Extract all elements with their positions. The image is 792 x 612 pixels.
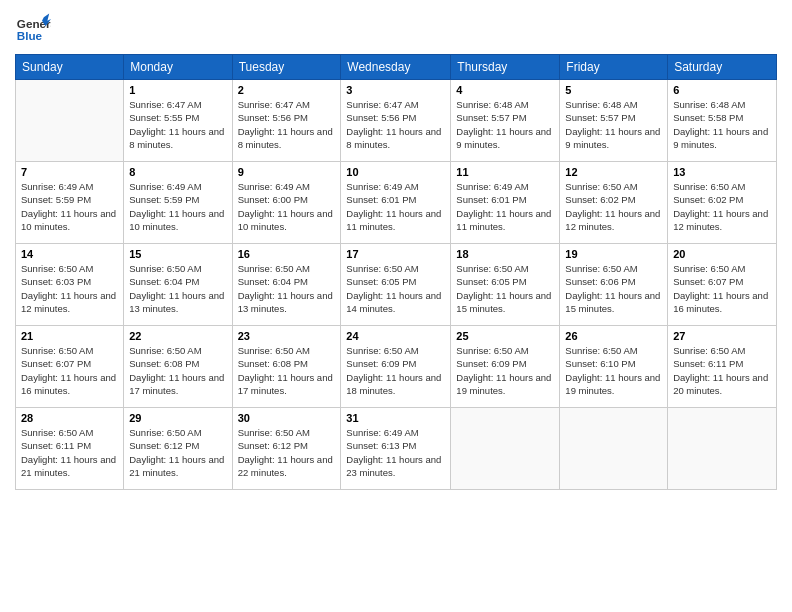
week-row-3: 14Sunrise: 6:50 AMSunset: 6:03 PMDayligh…: [16, 244, 777, 326]
calendar-cell: 12Sunrise: 6:50 AMSunset: 6:02 PMDayligh…: [560, 162, 668, 244]
week-row-1: 1Sunrise: 6:47 AMSunset: 5:55 PMDaylight…: [16, 80, 777, 162]
logo: General Blue: [15, 10, 51, 46]
calendar-cell: [560, 408, 668, 490]
day-info: Sunrise: 6:50 AMSunset: 6:05 PMDaylight:…: [346, 262, 445, 315]
day-number: 18: [456, 248, 554, 260]
calendar-cell: 11Sunrise: 6:49 AMSunset: 6:01 PMDayligh…: [451, 162, 560, 244]
week-row-4: 21Sunrise: 6:50 AMSunset: 6:07 PMDayligh…: [16, 326, 777, 408]
day-info: Sunrise: 6:50 AMSunset: 6:04 PMDaylight:…: [129, 262, 226, 315]
weekday-header-wednesday: Wednesday: [341, 55, 451, 80]
day-info: Sunrise: 6:47 AMSunset: 5:56 PMDaylight:…: [346, 98, 445, 151]
day-info: Sunrise: 6:50 AMSunset: 6:11 PMDaylight:…: [673, 344, 771, 397]
day-info: Sunrise: 6:50 AMSunset: 6:03 PMDaylight:…: [21, 262, 118, 315]
calendar-cell: 22Sunrise: 6:50 AMSunset: 6:08 PMDayligh…: [124, 326, 232, 408]
day-info: Sunrise: 6:50 AMSunset: 6:10 PMDaylight:…: [565, 344, 662, 397]
calendar-cell: 20Sunrise: 6:50 AMSunset: 6:07 PMDayligh…: [668, 244, 777, 326]
weekday-header-monday: Monday: [124, 55, 232, 80]
calendar-cell: 15Sunrise: 6:50 AMSunset: 6:04 PMDayligh…: [124, 244, 232, 326]
day-info: Sunrise: 6:49 AMSunset: 5:59 PMDaylight:…: [21, 180, 118, 233]
day-info: Sunrise: 6:50 AMSunset: 6:07 PMDaylight:…: [21, 344, 118, 397]
calendar-cell: 9Sunrise: 6:49 AMSunset: 6:00 PMDaylight…: [232, 162, 341, 244]
day-info: Sunrise: 6:49 AMSunset: 6:01 PMDaylight:…: [346, 180, 445, 233]
calendar-cell: 10Sunrise: 6:49 AMSunset: 6:01 PMDayligh…: [341, 162, 451, 244]
calendar-cell: 21Sunrise: 6:50 AMSunset: 6:07 PMDayligh…: [16, 326, 124, 408]
day-info: Sunrise: 6:49 AMSunset: 6:01 PMDaylight:…: [456, 180, 554, 233]
calendar-cell: 2Sunrise: 6:47 AMSunset: 5:56 PMDaylight…: [232, 80, 341, 162]
calendar-cell: 8Sunrise: 6:49 AMSunset: 5:59 PMDaylight…: [124, 162, 232, 244]
weekday-header-sunday: Sunday: [16, 55, 124, 80]
day-number: 26: [565, 330, 662, 342]
day-info: Sunrise: 6:49 AMSunset: 5:59 PMDaylight:…: [129, 180, 226, 233]
calendar-cell: 17Sunrise: 6:50 AMSunset: 6:05 PMDayligh…: [341, 244, 451, 326]
day-number: 13: [673, 166, 771, 178]
calendar-cell: 3Sunrise: 6:47 AMSunset: 5:56 PMDaylight…: [341, 80, 451, 162]
weekday-header-tuesday: Tuesday: [232, 55, 341, 80]
day-info: Sunrise: 6:50 AMSunset: 6:12 PMDaylight:…: [238, 426, 336, 479]
day-number: 28: [21, 412, 118, 424]
day-info: Sunrise: 6:48 AMSunset: 5:57 PMDaylight:…: [565, 98, 662, 151]
day-number: 17: [346, 248, 445, 260]
week-row-5: 28Sunrise: 6:50 AMSunset: 6:11 PMDayligh…: [16, 408, 777, 490]
day-info: Sunrise: 6:50 AMSunset: 6:05 PMDaylight:…: [456, 262, 554, 315]
page-container: General Blue SundayMondayTuesdayWednesda…: [0, 0, 792, 495]
day-number: 6: [673, 84, 771, 96]
day-info: Sunrise: 6:50 AMSunset: 6:02 PMDaylight:…: [673, 180, 771, 233]
calendar-cell: 13Sunrise: 6:50 AMSunset: 6:02 PMDayligh…: [668, 162, 777, 244]
calendar-cell: 6Sunrise: 6:48 AMSunset: 5:58 PMDaylight…: [668, 80, 777, 162]
week-row-2: 7Sunrise: 6:49 AMSunset: 5:59 PMDaylight…: [16, 162, 777, 244]
day-number: 20: [673, 248, 771, 260]
day-info: Sunrise: 6:50 AMSunset: 6:04 PMDaylight:…: [238, 262, 336, 315]
calendar-cell: 14Sunrise: 6:50 AMSunset: 6:03 PMDayligh…: [16, 244, 124, 326]
day-number: 24: [346, 330, 445, 342]
day-number: 29: [129, 412, 226, 424]
calendar-cell: [451, 408, 560, 490]
calendar-cell: 23Sunrise: 6:50 AMSunset: 6:08 PMDayligh…: [232, 326, 341, 408]
day-info: Sunrise: 6:50 AMSunset: 6:06 PMDaylight:…: [565, 262, 662, 315]
day-info: Sunrise: 6:49 AMSunset: 6:13 PMDaylight:…: [346, 426, 445, 479]
calendar-cell: 28Sunrise: 6:50 AMSunset: 6:11 PMDayligh…: [16, 408, 124, 490]
calendar-cell: 18Sunrise: 6:50 AMSunset: 6:05 PMDayligh…: [451, 244, 560, 326]
day-info: Sunrise: 6:50 AMSunset: 6:02 PMDaylight:…: [565, 180, 662, 233]
day-number: 23: [238, 330, 336, 342]
day-info: Sunrise: 6:50 AMSunset: 6:08 PMDaylight:…: [129, 344, 226, 397]
calendar-cell: 4Sunrise: 6:48 AMSunset: 5:57 PMDaylight…: [451, 80, 560, 162]
calendar-cell: 26Sunrise: 6:50 AMSunset: 6:10 PMDayligh…: [560, 326, 668, 408]
calendar-table: SundayMondayTuesdayWednesdayThursdayFrid…: [15, 54, 777, 490]
calendar-cell: 31Sunrise: 6:49 AMSunset: 6:13 PMDayligh…: [341, 408, 451, 490]
calendar-cell: 19Sunrise: 6:50 AMSunset: 6:06 PMDayligh…: [560, 244, 668, 326]
calendar-cell: 29Sunrise: 6:50 AMSunset: 6:12 PMDayligh…: [124, 408, 232, 490]
day-info: Sunrise: 6:50 AMSunset: 6:07 PMDaylight:…: [673, 262, 771, 315]
day-number: 11: [456, 166, 554, 178]
weekday-header-thursday: Thursday: [451, 55, 560, 80]
day-info: Sunrise: 6:49 AMSunset: 6:00 PMDaylight:…: [238, 180, 336, 233]
day-number: 1: [129, 84, 226, 96]
svg-text:Blue: Blue: [17, 29, 43, 42]
day-info: Sunrise: 6:48 AMSunset: 5:57 PMDaylight:…: [456, 98, 554, 151]
day-number: 19: [565, 248, 662, 260]
calendar-cell: 25Sunrise: 6:50 AMSunset: 6:09 PMDayligh…: [451, 326, 560, 408]
day-info: Sunrise: 6:50 AMSunset: 6:11 PMDaylight:…: [21, 426, 118, 479]
day-info: Sunrise: 6:50 AMSunset: 6:08 PMDaylight:…: [238, 344, 336, 397]
calendar-cell: 30Sunrise: 6:50 AMSunset: 6:12 PMDayligh…: [232, 408, 341, 490]
day-number: 21: [21, 330, 118, 342]
logo-icon: General Blue: [15, 10, 51, 46]
day-number: 9: [238, 166, 336, 178]
day-number: 30: [238, 412, 336, 424]
day-number: 7: [21, 166, 118, 178]
calendar-cell: 27Sunrise: 6:50 AMSunset: 6:11 PMDayligh…: [668, 326, 777, 408]
day-number: 3: [346, 84, 445, 96]
day-info: Sunrise: 6:47 AMSunset: 5:55 PMDaylight:…: [129, 98, 226, 151]
calendar-cell: 5Sunrise: 6:48 AMSunset: 5:57 PMDaylight…: [560, 80, 668, 162]
day-info: Sunrise: 6:50 AMSunset: 6:12 PMDaylight:…: [129, 426, 226, 479]
day-info: Sunrise: 6:50 AMSunset: 6:09 PMDaylight:…: [456, 344, 554, 397]
day-number: 25: [456, 330, 554, 342]
day-info: Sunrise: 6:50 AMSunset: 6:09 PMDaylight:…: [346, 344, 445, 397]
day-number: 27: [673, 330, 771, 342]
calendar-cell: 1Sunrise: 6:47 AMSunset: 5:55 PMDaylight…: [124, 80, 232, 162]
day-number: 10: [346, 166, 445, 178]
day-number: 22: [129, 330, 226, 342]
day-number: 15: [129, 248, 226, 260]
calendar-cell: [16, 80, 124, 162]
weekday-header-saturday: Saturday: [668, 55, 777, 80]
weekday-header-friday: Friday: [560, 55, 668, 80]
